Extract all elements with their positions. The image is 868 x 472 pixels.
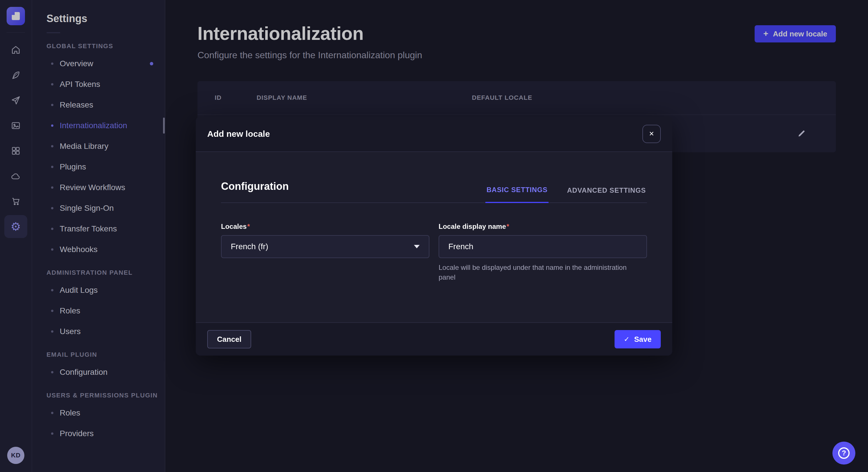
tab-advanced-settings[interactable]: ADVANCED SETTINGS [566, 187, 647, 202]
cancel-button[interactable]: Cancel [207, 330, 251, 348]
display-name-label-text: Locale display name [439, 223, 506, 230]
help-button[interactable]: ? [832, 442, 856, 465]
save-button[interactable]: ✓ Save [615, 330, 661, 348]
modal-footer: Cancel ✓ Save [196, 322, 672, 356]
required-asterisk: * [507, 223, 509, 230]
locales-label: Locales* [221, 223, 429, 231]
tab-basic-settings[interactable]: BASIC SETTINGS [485, 186, 549, 203]
check-icon: ✓ [624, 336, 629, 343]
locales-label-text: Locales [221, 223, 247, 230]
close-icon[interactable]: ✕ [642, 125, 661, 143]
modal-body: Configuration BASIC SETTINGS ADVANCED SE… [196, 152, 672, 322]
display-name-input[interactable] [439, 235, 647, 258]
question-glyph: ? [842, 449, 846, 457]
question-mark-icon: ? [838, 447, 849, 459]
display-name-hint: Locale will be displayed under that name… [439, 263, 645, 282]
display-name-label: Locale display name* [439, 223, 647, 231]
locales-field: Locales* French (fr) [221, 223, 429, 282]
modal-title: Add new locale [207, 129, 270, 139]
display-name-field: Locale display name* Locale will be disp… [439, 223, 647, 282]
locales-select-value: French (fr) [231, 242, 268, 251]
close-glyph: ✕ [649, 131, 654, 137]
locales-select[interactable]: French (fr) [221, 235, 429, 258]
chevron-down-icon [414, 245, 420, 248]
save-button-label: Save [634, 335, 652, 344]
add-locale-modal: Add new locale ✕ Configuration BASIC SET… [196, 116, 672, 356]
configuration-heading: Configuration [221, 179, 289, 202]
required-asterisk: * [247, 223, 250, 230]
modal-header: Add new locale ✕ [196, 116, 672, 152]
settings-tabs: BASIC SETTINGS ADVANCED SETTINGS [485, 186, 647, 202]
